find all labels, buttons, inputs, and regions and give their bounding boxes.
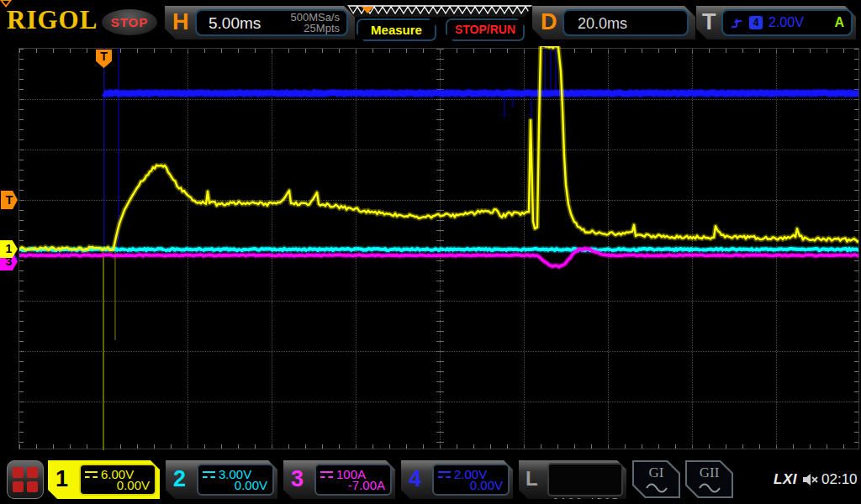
rigol-logo: RIGOL — [7, 5, 98, 35]
left-ticks — [19, 49, 24, 449]
waveform-graticule — [18, 48, 859, 449]
clock: 02:10 — [821, 471, 858, 488]
t-label: T — [702, 9, 716, 35]
generator-1-button[interactable]: GI — [632, 460, 680, 498]
grid-line-vertical — [440, 49, 441, 449]
dc-coupling-icon — [320, 471, 333, 478]
dc-coupling-icon — [438, 471, 451, 478]
grid-line-horizontal — [19, 150, 858, 150]
channel-1-button[interactable]: 1 6.00V 0.00V — [48, 460, 160, 499]
channel-1-values: 6.00V 0.00V — [79, 464, 156, 496]
timebase-box[interactable]: 5.00ms 500MSa/s 25Mpts — [195, 9, 348, 36]
grid-line-vertical — [692, 49, 693, 449]
logic-row-1: 0 1 2 3 4 5 6 7 — [549, 495, 621, 504]
horizontal-tab: H 5.00ms 500MSa/s 25Mpts — [165, 6, 355, 39]
memory-waveform-icon — [347, 5, 532, 17]
trigger-level: 2.00V — [769, 15, 804, 30]
memory-depth: 25Mpts — [290, 23, 340, 34]
dc-coupling-icon — [85, 471, 98, 478]
channel-3-button[interactable]: 3 100A -7.00A — [283, 460, 395, 499]
grid-line-vertical — [776, 49, 777, 449]
measure-button[interactable]: Measure — [357, 18, 436, 41]
grid-line-vertical — [188, 49, 188, 449]
delay-box[interactable]: 20.0ms — [563, 9, 689, 36]
grid-line-horizontal — [19, 200, 858, 201]
grid-line-vertical — [272, 49, 272, 449]
trigger-box[interactable]: 4 2.00V A — [721, 9, 853, 36]
right-ticks — [854, 49, 858, 449]
grid-line-vertical — [608, 49, 609, 449]
channel-4-button[interactable]: 4 2.00V 0.00V — [401, 460, 513, 499]
lxi-logo: LXI — [774, 471, 797, 488]
timebase-value: 5.00ms — [209, 14, 261, 33]
menu-grid-icon — [13, 467, 38, 492]
channel-3-offset: -7.00A — [348, 478, 385, 492]
generator-1-label: GI — [634, 465, 679, 481]
trigger-sweep-mode: A — [834, 15, 844, 30]
trigger-source-badge: 4 — [749, 16, 763, 29]
trigger-tab: T 4 2.00V A — [696, 6, 856, 39]
d-label: D — [541, 9, 557, 35]
run-state-badge: STOP — [102, 9, 157, 35]
sine-wave-icon — [646, 483, 668, 493]
grid-line-vertical — [103, 49, 104, 449]
generator-2-button[interactable]: GII — [685, 460, 733, 498]
delay-tab: D 20.0ms — [532, 6, 695, 39]
logic-channel-list: 0 1 2 3 4 5 6 7 8 9 1011 12131415 — [547, 463, 623, 496]
channel-1-number: 1 — [55, 466, 68, 492]
oscilloscope-screen: RIGOL STOP H 5.00ms 500MSa/s 25Mpts Meas… — [0, 0, 861, 504]
channel-2-number: 2 — [173, 466, 186, 492]
trigger-slope-icon — [730, 16, 743, 29]
sine-wave-icon — [699, 483, 721, 493]
logic-label: L — [526, 467, 538, 491]
channel-1-offset: 0.00V — [117, 478, 150, 492]
speaker-mute-icon — [801, 471, 820, 488]
channel-3-values: 100A -7.00A — [314, 464, 392, 496]
trigger-level-marker[interactable]: T — [1, 191, 18, 209]
grid-line-horizontal — [19, 351, 858, 352]
grid-line-horizontal — [19, 99, 858, 100]
channel-2-offset: 0.00V — [235, 478, 267, 492]
delay-value: 20.0ms — [578, 15, 627, 33]
generator-2-label: GII — [687, 465, 732, 481]
dc-coupling-icon — [203, 471, 215, 478]
stop-run-button[interactable]: STOP/RUN — [446, 18, 525, 41]
channel-3-number: 3 — [291, 466, 304, 492]
channel-2-values: 3.00V 0.00V — [197, 464, 274, 496]
logic-channels-button[interactable]: L 0 1 2 3 4 5 6 7 8 9 1011 12131415 — [519, 460, 626, 499]
channel-4-offset: 0.00V — [470, 478, 503, 492]
grid-line-vertical — [524, 49, 525, 449]
grid-line-horizontal — [19, 301, 858, 302]
grid-line-horizontal — [19, 250, 858, 251]
menu-button[interactable] — [7, 460, 44, 499]
grid-line-horizontal — [19, 402, 858, 402]
channel-2-button[interactable]: 2 3.00V 0.00V — [166, 460, 277, 499]
grid-line-vertical — [356, 49, 357, 449]
memory-position-bar — [347, 5, 532, 17]
h-label: H — [172, 9, 189, 35]
channel-4-number: 4 — [409, 466, 421, 492]
channel-4-values: 2.00V 0.00V — [432, 464, 510, 496]
